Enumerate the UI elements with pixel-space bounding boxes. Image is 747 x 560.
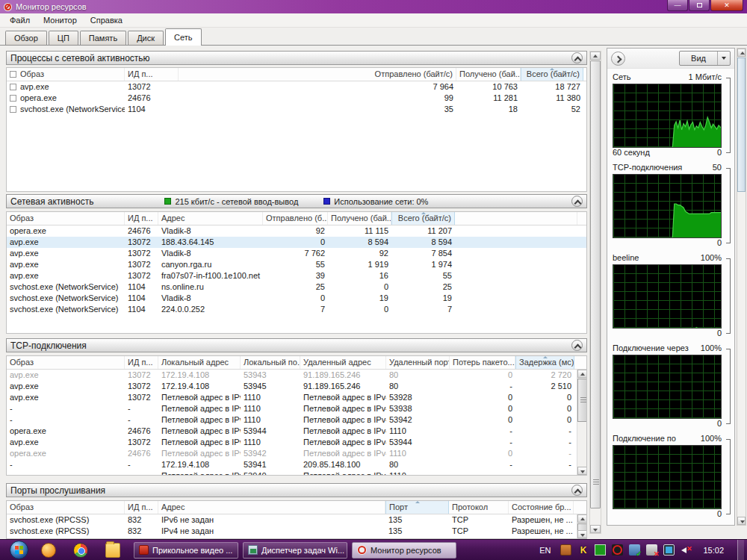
tab-overview[interactable]: Обзор [5,31,47,45]
photo-app-tray-icon[interactable] [560,544,571,556]
task-button-video[interactable]: Прикольное видео ... [134,542,238,559]
scroll-down-icon[interactable] [737,517,746,525]
panel-scrollbar[interactable] [737,48,746,526]
column-header[interactable]: Задержка (мс) [515,356,574,369]
column-header[interactable]: Локальный адрес [158,356,241,369]
green-square-tray-icon[interactable] [595,544,606,556]
column-header[interactable]: Образ [7,356,125,369]
start-button[interactable] [10,541,28,559]
column-header[interactable]: Образ [7,501,125,514]
messenger-icon[interactable] [41,543,56,558]
show-desktop-button[interactable] [737,540,744,560]
tab-memory[interactable]: Память [80,31,126,45]
volume-muted-icon[interactable] [681,544,692,556]
column-header[interactable]: Адрес [158,501,385,514]
table-row[interactable]: avp.exe13072Петлевой адрес в IPv41110Пет… [7,392,586,403]
column-header[interactable]: Всего (байт/с) [391,212,455,225]
dropdown-arrow-icon[interactable] [717,52,730,65]
task-button-taskmgr[interactable]: Диспетчер задач Wi... [243,542,347,559]
column-header[interactable]: Локальный по... [241,356,300,369]
column-header[interactable]: Образ [7,68,125,81]
scroll-up-icon[interactable] [590,52,601,60]
table-row[interactable]: --Петлевой адрес в IPv41110Петлевой адре… [7,414,586,426]
scroll-up-icon[interactable] [577,370,587,378]
language-indicator[interactable]: EN [539,546,551,555]
collapse-panel-button[interactable] [611,52,625,66]
column-header[interactable]: ИД п... [125,501,158,514]
main-scrollbar[interactable] [589,51,601,534]
scroll-thumb[interactable] [577,379,587,422]
scroll-down-icon[interactable] [577,467,587,475]
column-header[interactable]: Адрес [158,212,263,225]
table-row[interactable]: avp.exe13072172.19.4.1085394591.189.165.… [7,381,586,392]
table-row[interactable]: svchost.exe (NetworkService)1104Vladik-8… [7,293,586,304]
scroll-up-icon[interactable] [577,514,587,523]
collapse-button[interactable] [571,196,583,207]
scroll-down-icon[interactable] [577,530,587,538]
table-row[interactable]: svchost.exe (NetworkService)1104ns.onlin… [7,281,586,293]
close-button[interactable]: ✕ [710,0,743,11]
scroll-down-icon[interactable] [590,525,601,533]
column-header[interactable]: Отправлено (б... [263,212,328,225]
display-tray-icon[interactable] [663,544,675,556]
table-row[interactable]: opera.exe24676Петлевой адрес в IPv453944… [7,426,586,437]
table-row[interactable]: --172.19.4.10853941209.85.148.10080-- [7,459,586,470]
column-header[interactable] [455,212,577,225]
table-row[interactable]: svchost.exe (RPCSS)832IPv4 не задан135TC… [7,526,586,537]
maximize-button[interactable] [689,0,710,11]
table-row[interactable]: avp.exe130727 96410 76318 727 [7,81,586,93]
kaspersky-k-tray-icon[interactable]: K [577,544,589,556]
table-row[interactable]: avp.exe13072172.19.4.1085394391.189.165.… [7,370,586,381]
column-header[interactable]: Удаленный порт [386,356,450,369]
table-row[interactable]: --Петлевой адрес в IPv41110Петлевой адре… [7,403,586,414]
table-row[interactable]: avp.exe13072Петлевой адрес в IPv41110Пет… [7,437,586,448]
table-row[interactable]: opera.exe24676Vladik-89211 11511 207 [7,225,586,237]
column-header[interactable]: Образ [7,212,125,225]
column-header[interactable]: ИД п... [125,212,158,225]
column-header[interactable]: Потерь пакето... [450,356,515,369]
menu-file[interactable]: Файл [3,14,37,26]
collapse-button[interactable] [571,52,583,63]
taskbar-clock[interactable]: 15:02 [703,546,724,555]
scroll-thumb[interactable] [590,60,601,508]
table-row[interactable]: avp.exe13072canyon.rga.ru551 9191 974 [7,259,586,270]
row-checkbox[interactable] [10,106,16,113]
table-row[interactable]: opera.exe24676Петлевой адрес в IPv453942… [7,448,586,459]
ports-table-scrollbar[interactable] [577,514,586,538]
table-row[interactable]: --Петлевой адрес в IPv453940Петлевой адр… [7,470,586,476]
column-header[interactable]: Удаленный адрес [300,356,386,369]
red-circle-tray-icon[interactable] [612,544,623,556]
task-button-resmon[interactable]: Монитор ресурсов [352,542,456,559]
column-header[interactable]: Получено (бай... [456,68,521,81]
table-row[interactable]: svchost.exe (NetworkService)1104224.0.0.… [7,304,586,315]
table-row[interactable]: avp.exe13072188.43.64.14508 5948 594 [7,237,586,248]
column-header[interactable]: ИД п... [125,68,179,81]
tab-cpu[interactable]: ЦП [49,31,78,45]
column-header[interactable]: Состояние бр... [509,501,574,514]
chrome-icon[interactable] [73,543,88,558]
network-disconnected-icon[interactable] [646,544,657,556]
collapse-button[interactable] [571,340,583,351]
scroll-thumb[interactable] [737,57,746,192]
view-button[interactable]: Вид [679,51,731,66]
tcp-table-scrollbar[interactable] [577,370,586,475]
row-checkbox[interactable] [10,95,16,102]
table-row[interactable]: avp.exe13072fra07s07-in-f100.1e100.net39… [7,270,586,281]
update-check-tray-icon[interactable] [629,544,640,556]
table-row[interactable]: opera.exe246769911 28111 380 [7,93,586,104]
tab-disk[interactable]: Диск [128,31,164,45]
menu-help[interactable]: Справка [84,14,129,26]
column-header[interactable]: Порт [385,501,449,514]
explorer-folder-icon[interactable] [105,543,120,558]
table-row[interactable]: svchost.exe (RPCSS)832IPv6 не задан135TC… [7,514,586,526]
row-checkbox[interactable] [10,84,16,90]
tab-network[interactable]: Сеть [165,28,201,46]
collapse-button[interactable] [571,485,583,496]
column-header[interactable]: Получено (бай... [328,212,391,225]
header-checkbox[interactable] [10,71,16,78]
menu-monitor[interactable]: Монитор [37,14,84,26]
column-header[interactable]: ИД п... [125,356,158,369]
minimize-button[interactable]: — [667,0,688,11]
table-row[interactable]: avp.exe13072Vladik-87 762927 854 [7,248,586,259]
scroll-up-icon[interactable] [737,49,746,57]
